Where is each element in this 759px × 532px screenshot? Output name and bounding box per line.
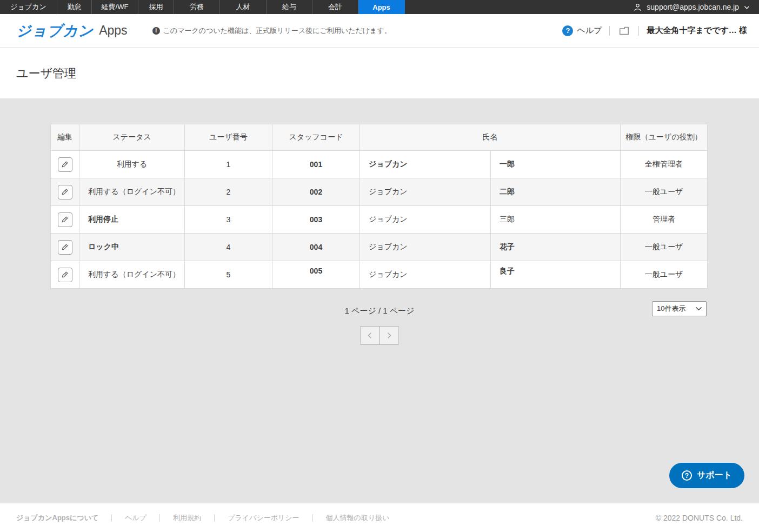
table-row: 利用する 1 001 ジョブカン 一郎 全権管理者: [51, 151, 708, 178]
col-header-status: ステータス: [79, 124, 185, 151]
users-table: 編集 ステータス ユーザ番号 スタッフコード 氏名 権限（ユーザの役割）: [50, 124, 708, 289]
nav-tab-kintai[interactable]: 勤怠: [57, 0, 92, 14]
help-label: ヘルプ: [577, 25, 602, 36]
staff-code-cell: 001: [272, 151, 360, 178]
footer-link-privacy[interactable]: プライバシーポリシー: [228, 513, 299, 523]
role-cell: 一般ユーザ: [621, 178, 708, 206]
edit-button[interactable]: [58, 268, 72, 282]
pencil-icon: [61, 271, 69, 278]
current-user-name: 最大全角十字までです… 様: [647, 25, 747, 36]
pencil-icon: [61, 161, 69, 168]
edit-cell: [51, 234, 79, 261]
staff-code-cell: 004: [272, 234, 360, 261]
role-cell: 全権管理者: [621, 151, 708, 178]
nav-tab-jobcan[interactable]: ジョブカン: [0, 0, 57, 14]
role-cell: 一般ユーザ: [621, 234, 708, 261]
first-name-cell: 二郎: [491, 178, 621, 206]
chevron-right-icon: [386, 332, 392, 339]
support-button[interactable]: ? サポート: [669, 463, 744, 488]
table-row: 利用停止 3 003 ジョブカン 三郎 管理者: [51, 206, 708, 234]
role-cell: 管理者: [621, 206, 708, 234]
first-name-cell: 良子: [491, 261, 621, 289]
last-name-cell: ジョブカン: [360, 178, 491, 206]
top-nav: ジョブカン 勤怠 経費/WF 採用 労務 人材 給与 会計 Apps suppo…: [0, 0, 759, 14]
user-no-cell: 1: [185, 151, 272, 178]
status-cell: 利用する（ログイン不可）: [79, 178, 185, 206]
table-row: 利用する（ログイン不可） 5 005 ジョブカン 良子 一般ユーザ: [51, 261, 708, 289]
chevron-down-icon: [696, 307, 702, 311]
user-no-cell: 2: [185, 178, 272, 206]
edit-button[interactable]: [58, 212, 72, 227]
user-icon: [633, 3, 642, 12]
nav-tab-apps[interactable]: Apps: [358, 0, 405, 14]
info-icon: i: [152, 27, 160, 35]
status-cell: 利用する: [79, 151, 185, 178]
divider: [609, 26, 610, 36]
nav-tab-roumu[interactable]: 労務: [174, 0, 220, 14]
divider: [111, 514, 112, 522]
beta-notice-text: このマークのついた機能は、正式版リリース後にご利用いただけます。: [163, 26, 391, 36]
divider: [638, 26, 639, 36]
pencil-icon: [61, 216, 69, 223]
table-row: 利用する（ログイン不可） 2 002 ジョブカン 二郎 一般ユーザ: [51, 178, 708, 206]
first-name-cell: 三郎: [491, 206, 621, 234]
pencil-icon: [61, 188, 69, 196]
edit-button[interactable]: [58, 185, 72, 200]
support-label: サポート: [697, 470, 732, 481]
staff-code-cell: 003: [272, 206, 360, 234]
table-row: ロック中 4 004 ジョブカン 花子 一般ユーザ: [51, 234, 708, 261]
nav-tab-kaikei[interactable]: 会計: [312, 0, 358, 14]
account-menu[interactable]: support@apps.jobcan.ne.jp: [633, 0, 759, 14]
page-title: ユーザ管理: [0, 48, 759, 82]
last-name-cell: ジョブカン: [360, 261, 491, 289]
status-cell: ロック中: [79, 234, 185, 261]
footer-link-personal-info[interactable]: 個人情報の取り扱い: [326, 513, 390, 523]
divider: [312, 514, 313, 522]
logo-text: ジョブカン: [16, 21, 94, 41]
edit-cell: [51, 178, 79, 206]
page-size-value: 10件表示: [657, 304, 685, 314]
col-header-role: 権限（ユーザの役割）: [621, 124, 708, 151]
status-cell: 利用停止: [79, 206, 185, 234]
footer-link-about[interactable]: ジョブカンAppsについて: [16, 513, 98, 523]
help-icon: ?: [562, 25, 573, 36]
nav-tab-kyuyo[interactable]: 給与: [267, 0, 312, 14]
nav-tab-keihi-wf[interactable]: 経費/WF: [92, 0, 138, 14]
copyright: © 2022 DONUTS Co. Ltd.: [656, 514, 743, 522]
staff-code-cell: 002: [272, 178, 360, 206]
help-link[interactable]: ? ヘルプ: [562, 25, 602, 36]
jobcan-apps-logo[interactable]: ジョブカン Apps: [16, 21, 128, 41]
col-header-name: 氏名: [360, 124, 621, 151]
page-size-select[interactable]: 10件表示: [652, 301, 707, 316]
folder-button[interactable]: [617, 24, 631, 37]
role-cell: 一般ユーザ: [621, 261, 708, 289]
title-band: ユーザ管理: [0, 48, 759, 98]
footer-link-terms[interactable]: 利用規約: [173, 513, 201, 523]
status-cell: 利用する（ログイン不可）: [79, 261, 185, 289]
first-name-cell: 一郎: [491, 151, 621, 178]
edit-cell: [51, 206, 79, 234]
logo-sub-text: Apps: [99, 23, 127, 38]
col-header-edit: 編集: [51, 124, 79, 151]
divider: [159, 514, 160, 522]
col-header-staff-code: スタッフコード: [272, 124, 360, 151]
staff-code-cell: 005: [272, 261, 360, 289]
user-no-cell: 5: [185, 261, 272, 289]
divider: [214, 514, 215, 522]
app-header: ジョブカン Apps i このマークのついた機能は、正式版リリース後にご利用いた…: [0, 14, 759, 48]
nav-tab-saiyo[interactable]: 採用: [138, 0, 174, 14]
last-name-cell: ジョブカン: [360, 151, 491, 178]
edit-button[interactable]: [58, 240, 72, 255]
prev-page-button[interactable]: [361, 326, 380, 345]
pagination-label: 1 ページ / 1 ページ: [0, 306, 759, 316]
last-name-cell: ジョブカン: [360, 206, 491, 234]
chevron-down-icon: [743, 4, 750, 11]
pager: [361, 326, 399, 345]
nav-tab-jinzai[interactable]: 人材: [220, 0, 267, 14]
account-email: support@apps.jobcan.ne.jp: [647, 3, 739, 11]
header-actions: ? ヘルプ 最大全角十字までです… 様: [562, 24, 747, 37]
footer-link-help[interactable]: ヘルプ: [125, 513, 147, 523]
table-header-row: 編集 ステータス ユーザ番号 スタッフコード 氏名 権限（ユーザの役割）: [51, 124, 708, 151]
edit-button[interactable]: [58, 157, 72, 172]
next-page-button[interactable]: [380, 326, 399, 345]
